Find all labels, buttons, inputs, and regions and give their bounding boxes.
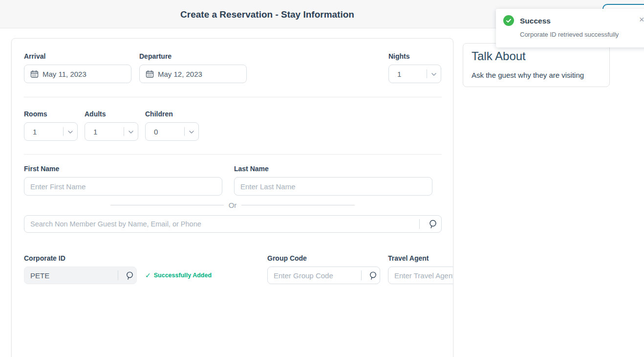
corporate-id-input[interactable] [24, 271, 118, 280]
group-code-input-box [267, 267, 380, 284]
corporate-id-field: Corporate ID [24, 254, 137, 284]
talk-about-title: Talk About [472, 49, 526, 63]
adults-field: Adults 1 [85, 110, 138, 141]
input-divider [419, 219, 420, 229]
check-icon: ✓ [145, 271, 151, 279]
search-icon[interactable] [366, 267, 380, 284]
corporate-id-status: ✓ Successfully Added [145, 271, 212, 279]
chevron-down-icon [66, 128, 74, 136]
divider-line [110, 205, 224, 205]
adults-label: Adults [85, 110, 138, 118]
departure-date-value[interactable] [152, 70, 246, 78]
select-divider [124, 127, 124, 136]
input-divider [118, 270, 118, 280]
guest-search-input[interactable] [24, 220, 419, 228]
departure-date-input[interactable] [139, 65, 247, 83]
last-name-input-box [234, 177, 432, 196]
or-divider: Or [110, 200, 355, 210]
success-toast: Success Corporate ID retrieved successfu… [496, 9, 644, 47]
corporate-id-label: Corporate ID [24, 254, 137, 262]
chevron-down-icon [127, 128, 135, 136]
rooms-value: 1 [24, 128, 37, 136]
corporate-id-input-box [24, 267, 137, 284]
nights-value: 1 [389, 70, 401, 78]
children-label: Children [145, 110, 199, 118]
chevron-down-icon [430, 70, 438, 78]
last-name-field: Last Name [234, 165, 432, 196]
group-code-input[interactable] [268, 271, 361, 280]
departure-field: Departure [139, 52, 247, 83]
section-divider [24, 97, 442, 97]
page-title: Create a Reservation - Stay Information [180, 9, 354, 20]
close-icon[interactable]: × [639, 15, 644, 25]
first-name-label: First Name [24, 165, 222, 173]
arrival-field: Arrival [24, 52, 131, 83]
select-divider [427, 69, 427, 78]
group-code-field: Group Code [267, 254, 380, 284]
toast-title: Success [520, 17, 551, 25]
check-circle-icon [503, 15, 514, 26]
divider-line [241, 205, 355, 205]
rooms-select[interactable]: 1 [24, 122, 78, 141]
first-name-input[interactable] [24, 182, 222, 191]
nights-field: Nights 1 [388, 52, 441, 83]
nights-label: Nights [388, 52, 441, 60]
or-text: Or [229, 201, 237, 209]
arrival-date-input[interactable] [24, 65, 131, 83]
departure-label: Departure [139, 52, 247, 60]
adults-value: 1 [85, 128, 97, 136]
talk-about-card: Talk About Ask the guest why they are vi… [463, 43, 610, 87]
corporate-id-status-text: Successfully Added [154, 272, 212, 279]
children-select[interactable]: 0 [145, 122, 199, 141]
rooms-field: Rooms 1 [24, 110, 78, 141]
children-value: 0 [146, 128, 158, 136]
talk-about-subtitle: Ask the guest why they are visiting [472, 71, 584, 79]
arrival-date-value[interactable] [37, 70, 131, 78]
search-icon[interactable] [425, 216, 441, 232]
travel-agent-label: Travel Agent [388, 254, 453, 262]
select-divider [63, 127, 64, 136]
section-divider [24, 154, 442, 155]
travel-agent-input[interactable] [388, 271, 453, 280]
nights-select[interactable]: 1 [388, 65, 441, 83]
input-divider [361, 270, 362, 280]
toast-message: Corporate ID retrieved successfully [520, 31, 619, 38]
search-icon[interactable] [123, 267, 136, 284]
adults-select[interactable]: 1 [85, 122, 138, 141]
last-name-input[interactable] [235, 182, 432, 191]
guest-search-bar [24, 215, 442, 233]
travel-agent-field: Travel Agent [388, 254, 453, 284]
select-divider [184, 127, 185, 136]
first-name-field: First Name [24, 165, 222, 196]
reservation-form-card: Arrival Departure [11, 38, 453, 357]
rooms-label: Rooms [24, 110, 78, 118]
arrival-label: Arrival [24, 52, 131, 60]
last-name-label: Last Name [234, 165, 432, 173]
travel-agent-input-box [388, 267, 453, 284]
group-code-label: Group Code [267, 254, 380, 262]
chevron-down-icon [188, 128, 195, 136]
first-name-input-box [24, 177, 222, 196]
children-field: Children 0 [145, 110, 199, 141]
